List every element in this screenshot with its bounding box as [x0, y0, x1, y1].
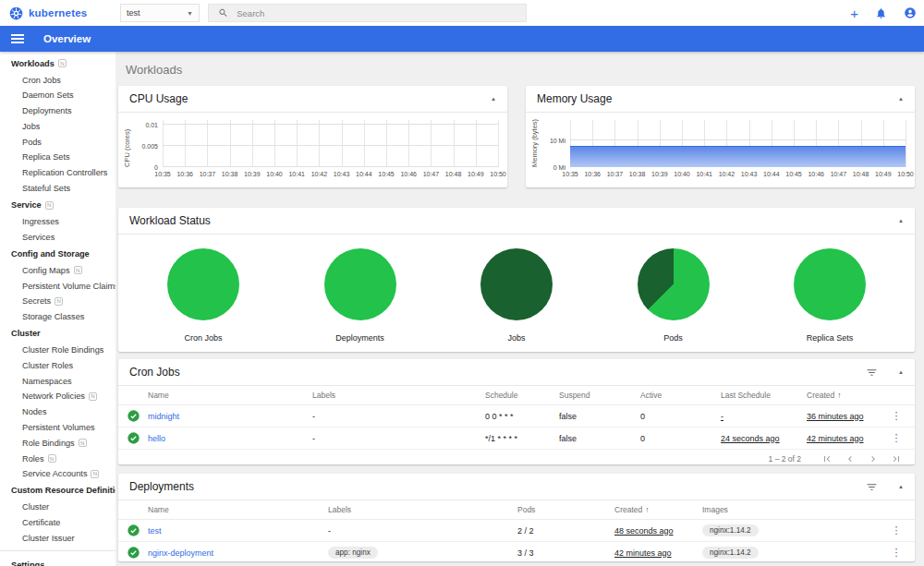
user-account-icon[interactable]: [904, 6, 917, 19]
sidebar-item-persistent-volumes[interactable]: Persistent Volumes: [0, 420, 116, 436]
gridline-vertical: [185, 120, 186, 167]
row-menu-kebab-icon[interactable]: ⋮: [889, 411, 904, 421]
deployment-link[interactable]: nginx-deployment: [148, 548, 328, 558]
collapse-icon[interactable]: ▲: [898, 96, 904, 102]
col-labels[interactable]: Labels: [328, 505, 517, 514]
sidebar-item-cluster-issuer[interactable]: Cluster Issuer: [0, 530, 116, 546]
workload-status-pies: Cron Jobs Deployments Jobs Pods Replica …: [118, 235, 915, 343]
sidebar-item-cron-jobs[interactable]: Cron Jobs: [0, 72, 116, 88]
col-pods[interactable]: Pods: [517, 505, 614, 514]
sidebar-item-deployments[interactable]: Deployments: [0, 103, 116, 119]
col-last-schedule[interactable]: Last Schedule: [721, 391, 807, 400]
last-page-icon[interactable]: [891, 453, 902, 464]
col-name[interactable]: Name: [148, 505, 328, 514]
sidebar-item-namespaces[interactable]: Namespaces: [0, 373, 116, 389]
sidebar-item-storage-classes[interactable]: Storage Classes: [0, 309, 116, 325]
namespaced-badge: N: [58, 59, 67, 67]
cron-jobs-table-header: Name Labels Schedule Suspend Active Last…: [118, 386, 915, 405]
sidebar-section-cluster[interactable]: Cluster: [0, 325, 116, 343]
sidebar-section-workloads[interactable]: WorkloadsN: [0, 54, 116, 72]
col-labels[interactable]: Labels: [312, 391, 485, 400]
main-content: Workloads CPU Usage ▲ CPU (cores) 10:351…: [116, 52, 924, 566]
sidebar-item-stateful-sets[interactable]: Stateful Sets: [0, 181, 116, 197]
sidebar-item-config-maps[interactable]: Config MapsN: [0, 262, 116, 278]
deployment-link[interactable]: test: [148, 526, 328, 536]
next-page-icon[interactable]: [868, 453, 879, 464]
cron-jobs-card: Cron Jobs ▲ Name Labels Schedule Suspend…: [118, 359, 915, 464]
sidebar-section-service[interactable]: ServiceN: [0, 196, 116, 213]
sidebar-item-roles[interactable]: RolesN: [0, 451, 116, 466]
sidebar-item-ingresses[interactable]: Ingresses: [0, 214, 116, 230]
sidebar-item-replication-controllers[interactable]: Replication Controllers: [0, 165, 116, 181]
deployments-title: Deployments: [129, 480, 194, 493]
x-tick-label: 10:49: [875, 171, 892, 177]
sidebar-item-persistent-volume-claims[interactable]: Persistent Volume ClaimsN: [0, 278, 116, 294]
search-icon: [218, 7, 228, 18]
namespace-select[interactable]: test ▼: [120, 4, 200, 22]
pie-label: Jobs: [507, 333, 525, 343]
row-menu-kebab-icon[interactable]: ⋮: [889, 525, 904, 536]
search-input[interactable]: [237, 8, 517, 18]
col-images[interactable]: Images: [702, 505, 889, 514]
sidebar-item-cluster[interactable]: Cluster: [0, 500, 116, 515]
x-tick-label: 10:39: [244, 171, 261, 177]
collapse-icon[interactable]: ▲: [898, 218, 904, 223]
pie-chart-cron-jobs[interactable]: [167, 248, 239, 320]
sidebar-item-pods[interactable]: Pods: [0, 134, 116, 150]
sidebar-item-service-accounts[interactable]: Service AccountsN: [0, 466, 116, 482]
sidebar-item-nodes[interactable]: Nodes: [0, 404, 116, 420]
pie-chart-jobs[interactable]: [480, 248, 553, 320]
pie-chart-pods[interactable]: [638, 248, 710, 320]
col-schedule[interactable]: Schedule: [485, 391, 559, 400]
kubernetes-logo[interactable]: kubernetes: [9, 0, 87, 26]
y-tick-label: 0.005: [141, 142, 158, 149]
sidebar-item-jobs[interactable]: Jobs: [0, 119, 116, 135]
kubernetes-dashboard: kubernetes test ▼ +: [0, 0, 924, 566]
sidebar-section-config-and-storage[interactable]: Config and Storage: [0, 245, 116, 262]
sidebar-item-cluster-roles[interactable]: Cluster Roles: [0, 357, 116, 373]
collapse-icon[interactable]: ▲: [491, 96, 496, 102]
filter-icon[interactable]: [866, 367, 878, 379]
notifications-bell-icon[interactable]: [875, 7, 887, 19]
sidebar-item-network-policies[interactable]: Network PoliciesN: [0, 389, 116, 404]
x-tick-label: 10:35: [154, 171, 171, 177]
hamburger-menu-icon[interactable]: [11, 34, 24, 43]
memory-plot-area: 10:3510:3610:3710:3810:3910:4010:4110:42…: [570, 120, 906, 167]
first-page-icon[interactable]: [821, 453, 833, 464]
row-menu-kebab-icon[interactable]: ⋮: [889, 433, 904, 443]
sidebar-item-role-bindings[interactable]: Role BindingsN: [0, 435, 116, 451]
workload-status-title: Workload Status: [129, 214, 211, 227]
namespaced-badge: N: [45, 201, 54, 210]
create-resource-button[interactable]: +: [850, 6, 858, 20]
pie-chart-deployments[interactable]: [324, 248, 396, 320]
filter-icon[interactable]: [866, 481, 878, 493]
previous-page-icon[interactable]: [845, 453, 856, 464]
sidebar-item-secrets[interactable]: SecretsN: [0, 294, 116, 309]
col-created-sorted[interactable]: Created↑: [614, 505, 702, 514]
col-active[interactable]: Active: [640, 391, 721, 400]
sidebar-item-daemon-sets[interactable]: Daemon Sets: [0, 88, 116, 103]
sidebar-section-custom-resource-definitions[interactable]: Custom Resource Definitions: [0, 482, 116, 500]
gridline-horizontal: [570, 139, 906, 140]
namespaced-badge: N: [74, 266, 82, 274]
collapse-icon[interactable]: ▲: [898, 484, 904, 489]
gridline-vertical: [342, 120, 343, 167]
search-bar[interactable]: [208, 4, 527, 22]
row-menu-kebab-icon[interactable]: ⋮: [889, 548, 904, 558]
sidebar-item-settings[interactable]: Settings: [0, 556, 116, 566]
collapse-icon[interactable]: ▲: [898, 369, 904, 375]
sidebar-item-cluster-role-bindings[interactable]: Cluster Role Bindings: [0, 343, 116, 358]
sidebar-item-services[interactable]: Services: [0, 229, 116, 245]
sidebar-item-replica-sets[interactable]: Replica Sets: [0, 150, 116, 165]
col-name[interactable]: Name: [148, 391, 312, 400]
sidebar-item-certificate[interactable]: Certificate: [0, 515, 116, 531]
cpu-plot-area: 10:3510:3610:3710:3810:3910:4010:4110:42…: [163, 120, 498, 167]
col-suspend[interactable]: Suspend: [559, 391, 640, 400]
cpu-usage-card: CPU Usage ▲ CPU (cores) 10:3510:3610:371…: [118, 86, 507, 187]
app-bar: Overview: [0, 26, 924, 52]
pie-chart-replica-sets[interactable]: [794, 248, 866, 320]
cron-job-link[interactable]: hello: [148, 434, 312, 443]
gridline-vertical: [476, 120, 477, 167]
col-created-sorted[interactable]: Created↑: [807, 391, 889, 400]
cron-job-link[interactable]: midnight: [148, 412, 312, 421]
